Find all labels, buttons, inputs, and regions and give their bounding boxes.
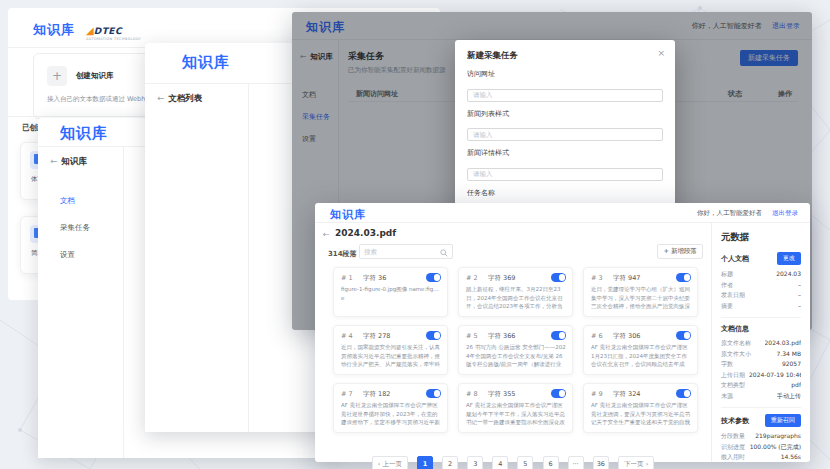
enable-toggle[interactable] [551,389,566,398]
enable-toggle[interactable] [676,389,691,398]
paragraph-card[interactable]: # 5字符 366 26 书写方向 公路运营 安全部门——2024年全国两会工作… [458,325,573,375]
user-greeting: 你好，人工智能爱好者 [697,209,762,217]
paragraph-card[interactable]: # 2字符 369 踏上新征程，继往开来。3月22日至23日，2024年全国两会… [458,267,573,317]
modal-title: 新建采集任务 [467,50,663,62]
detail-style-input[interactable] [467,168,663,181]
list-style-input[interactable] [467,128,663,141]
app-logo: 知识库 [33,21,75,39]
add-paragraph-button[interactable]: + 新增段落 [657,244,703,259]
doc-title: 2024.03.pdf [335,228,396,238]
enable-toggle[interactable] [551,331,566,340]
change-button[interactable]: 更改 [777,252,801,265]
page-button-2[interactable]: 2 [442,456,458,469]
paragraph-count: 314段落 [328,249,357,259]
pagination: ‹ 上一页 1 2 3 4 5 6 ··· 36 下一页 › [315,453,711,469]
app-logo: 知识库 [182,53,230,72]
plus-icon: + [47,66,67,86]
paragraph-card[interactable]: # 4字符 278 近日，国家能源安全问题引发关注，认真贯彻落实习近平总书记重要… [333,325,448,375]
back-button[interactable]: ←文档列表 [157,93,202,105]
sidebar-divider [248,83,249,432]
paragraph-card[interactable]: # 7字符 182 AF 贵社龙云南全国煤障工作会议严辨区 贵社迎世界循环加快，… [333,383,448,433]
enable-toggle[interactable] [426,389,441,398]
personal-doc-header: 个人文档 [721,254,749,264]
search-input[interactable] [364,246,436,258]
prev-page-button[interactable]: ‹ 上一页 [372,456,408,469]
sidebar-item-settings[interactable]: 设置 [60,250,75,260]
paragraph-card[interactable]: # 9字符 324 AF 贵社龙云南全国煤障工作会议严谨区 贵社龙强调，要深入学… [583,383,698,433]
sidebar-item-docs[interactable]: 文档 [60,196,75,206]
sidebar-divider [123,146,124,458]
enable-toggle[interactable] [551,273,566,282]
page-button-36[interactable]: 36 [593,456,609,469]
page-button-6[interactable]: 6 [543,456,559,469]
meta-row: 字数92057 [721,359,801,370]
app-logo: 知识库 [330,207,366,222]
enable-toggle[interactable] [426,331,441,340]
back-button[interactable]: ←知识库 [50,156,87,168]
paragraph-card[interactable]: # 8字符 355 AF 贵社龙云南全国煤障工作会议严谨区 规划今年下半年工作，… [458,383,573,433]
desktop: 知识库 ◢DTEC AUTOMATION TECHNOLOGY + 创建知识库 … [0,0,830,469]
metadata-title: 元数据 [721,231,801,244]
field-list-style: 新闻列表样式 [467,109,663,142]
page-button-3[interactable]: 3 [467,456,483,469]
tech-params-header: 技术参数 [721,416,749,426]
create-kb-title: 创建知识库 [76,71,114,81]
recall-button[interactable]: 重新召回 [765,414,801,427]
user-area: 你好，人工智能爱好者 退出登录 [697,209,798,218]
app-logo: 知识库 [60,124,108,143]
page-button-5[interactable]: 5 [517,456,533,469]
meta-row: 上传日期2024-07-19 10:46:36 [721,370,801,381]
meta-row: 文档类型pdf [721,380,801,391]
back-arrow-icon: ← [157,93,164,103]
meta-row: 分段数量219paragraphs [721,431,801,442]
meta-row: 来源手动上传 [721,391,801,402]
meta-row: 识别进度100.00% (已完成) [721,442,801,453]
divider [721,317,801,318]
enable-toggle[interactable] [676,273,691,282]
paragraph-card[interactable]: # 6字符 306 AF 贵社龙云南全国煤障工作会议严谨区 1月23日汇报，20… [583,325,698,375]
search-icon [440,249,448,257]
paragraph-pane: ← 2024.03.pdf 314段落 + 新增段落 # 1字符 36 figu… [315,223,711,462]
doc-header: 知识库 你好，人工智能爱好者 退出登录 [315,203,810,223]
back-arrow-icon: ← [50,156,57,166]
close-icon[interactable]: × [657,48,665,58]
enable-toggle[interactable] [426,273,441,282]
back-arrow-icon[interactable]: ← [323,230,330,239]
enable-toggle[interactable] [676,331,691,340]
paragraph-card[interactable]: # 1字符 36 figure-1-figure-0.jpg图像 name:fi… [333,267,448,317]
meta-row: 原文件大小7.34 MB [721,349,801,360]
page-ellipsis[interactable]: ··· [568,456,584,469]
page-button-4[interactable]: 4 [492,456,508,469]
meta-row: 发表日期– [721,290,801,301]
dtec-logo-mark: ◢ [86,25,94,36]
next-page-button[interactable]: 下一页 › [618,456,654,469]
url-input[interactable] [467,89,663,102]
paragraph-card[interactable]: # 3字符 947 近日，党建理论学习中心组（扩大）巡回集中学习，深入学习贯彻二… [583,267,698,317]
dtec-logo: ◢DTEC AUTOMATION TECHNOLOGY [86,21,141,42]
meta-row: 标题2024.03 [721,269,801,280]
logout-link[interactable]: 退出登录 [772,209,798,217]
field-url: 访问网址 [467,69,663,102]
divider [721,407,801,408]
meta-row: 原文件名称2024.03.pdf [721,338,801,349]
page-button-1[interactable]: 1 [417,456,433,469]
field-detail-style: 新闻详情样式 [467,148,663,181]
sidebar-item-tasks[interactable]: 采集任务 [60,223,90,233]
metadata-panel: 元数据 个人文档 更改 标题2024.03 作者– 发表日期– 摘要– 文档信息… [711,223,810,462]
window-doc-detail: 知识库 你好，人工智能爱好者 退出登录 ← 2024.03.pdf 314段落 … [315,203,810,462]
doc-info-header: 文档信息 [721,324,749,334]
search-box [359,244,453,259]
meta-row: 嵌入用时14.56s [721,452,801,462]
meta-row: 作者– [721,280,801,291]
meta-row: 摘要– [721,301,801,312]
